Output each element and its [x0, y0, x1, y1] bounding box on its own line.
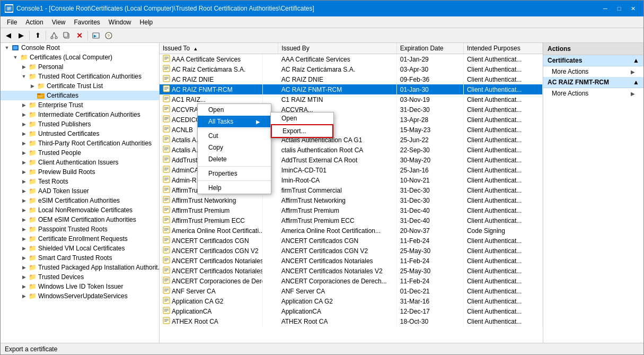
table-row[interactable]: AffirmTrust Premium ECCAffirmTrust Premi…	[160, 215, 543, 226]
table-row[interactable]: ANCERT Corporaciones de Dere...ANCERT Co…	[160, 276, 543, 286]
tree-item-personal[interactable]: ▶ 📁 Personal	[1, 62, 159, 72]
maximize-button[interactable]: □	[613, 3, 625, 14]
copy-button[interactable]	[61, 30, 73, 41]
cert-table-header: Issued To ▲ Issued By Expiration Date	[160, 43, 543, 54]
tree-item-preview-roots[interactable]: ▶ 📁 Preview Build Roots	[1, 167, 159, 177]
svg-rect-72	[164, 180, 167, 180]
col-issued-by[interactable]: Issued By	[278, 43, 397, 54]
tree-item-cert-trust-list[interactable]: ▶ 📁 Certificate Trust List	[1, 81, 159, 91]
svg-point-6	[55, 37, 57, 39]
up-button[interactable]: ⬆	[32, 30, 43, 41]
tree-item-trusted-root-ca[interactable]: ▼ 📁 Trusted Root Certification Authoriti…	[1, 72, 159, 81]
tree-item-cert-enrollment[interactable]: ▶ 📁 Certificate Enrollment Requests	[1, 234, 159, 244]
table-row[interactable]: ApplicationCAApplicationCA12-Dec-17Clien…	[160, 306, 543, 316]
tree-item-test-roots[interactable]: ▶ 📁 Test Roots	[1, 177, 159, 186]
submenu-open[interactable]: Open	[271, 112, 333, 124]
tree-item-client-auth-issuers[interactable]: ▶ 📁 Client Authentication Issuers	[1, 158, 159, 167]
ctx-properties[interactable]: Properties	[198, 168, 271, 179]
ctx-help[interactable]: Help	[198, 182, 271, 194]
actions-header: Actions	[543, 43, 643, 55]
col-expiration[interactable]: Expiration Date	[396, 43, 463, 54]
tree-item-passpoint[interactable]: ▶ 📁 Passpoint Trusted Roots	[1, 224, 159, 234]
tree-item-wsus[interactable]: ▶ 📁 WindowsServerUpdateServices	[1, 291, 159, 301]
menu-view[interactable]: View	[48, 18, 70, 27]
table-row[interactable]: ATHEX Root CAATHEX Root CA18-Oct-30Clien…	[160, 316, 543, 326]
forward-button[interactable]: ▶	[15, 30, 27, 41]
actions-more-1[interactable]: More Actions ▶	[543, 66, 643, 77]
tree-item-windows-live[interactable]: ▶ 📁 Windows Live ID Token Issuer	[1, 282, 159, 291]
ctx-all-tasks[interactable]: All Tasks ▶	[198, 116, 271, 127]
ctx-open[interactable]: Open	[198, 104, 271, 116]
table-row[interactable]: ANCERT Certificados NotarialesANCERT Cer…	[160, 256, 543, 266]
help-button[interactable]: ?	[103, 30, 114, 41]
tree-item-label: Smart Card Trusted Roots	[38, 253, 112, 263]
tree-item-trusted-devices[interactable]: ▶ 📁 Trusted Devices	[1, 272, 159, 282]
folder-icon: 📁	[28, 206, 37, 214]
table-row[interactable]: America Online Root Certificati...Americ…	[160, 226, 543, 236]
tree-item-console-root[interactable]: ▼ Console Root	[1, 43, 159, 53]
minimize-button[interactable]: ─	[599, 3, 612, 14]
table-row[interactable]: ANCERT Certificados CGNANCERT Certificad…	[160, 236, 543, 246]
ctx-delete[interactable]: Delete	[198, 153, 271, 165]
tree-item-local-nonremovable[interactable]: ▶ 📁 Local NonRemovable Certificates	[1, 205, 159, 215]
table-row[interactable]: ANCERT Certificados CGN V2ANCERT Certifi…	[160, 246, 543, 256]
tree-item-trusted-publishers[interactable]: ▶ 📁 Trusted Publishers	[1, 119, 159, 129]
table-row[interactable]: AffirmTrust PremiumAffirmTrust Premium31…	[160, 205, 543, 215]
svg-rect-123	[164, 310, 169, 310]
arrow-icon: ▶	[631, 91, 635, 97]
export-button[interactable]: ▶	[90, 30, 102, 41]
svg-rect-80	[164, 200, 167, 201]
cert-row-icon	[163, 75, 170, 84]
actions-more-2[interactable]: More Actions ▶	[543, 88, 643, 99]
ctx-copy[interactable]: Copy	[198, 142, 271, 153]
actions-section-certs[interactable]: Certificates ▲	[543, 55, 643, 66]
tree-item-label: Preview Build Roots	[38, 167, 95, 177]
menu-window[interactable]: Window	[104, 18, 136, 27]
svg-line-7	[52, 32, 54, 37]
table-row[interactable]: AC RAIZ FNMT-RCMAC RAIZ FNMT-RCM01-Jan-3…	[160, 84, 543, 94]
tree-item-untrusted[interactable]: ▶ 📁 Untrusted Certificates	[1, 129, 159, 138]
table-row[interactable]: AC RAIZ DNIEAC RAIZ DNIE09-Feb-36Client …	[160, 74, 543, 84]
menu-favorites[interactable]: Favorites	[70, 18, 104, 27]
close-button[interactable]: ✕	[627, 3, 639, 14]
table-row[interactable]: AC Raíz Certicámara S.A.AC Raíz Certicám…	[160, 64, 543, 74]
folder-icon: 📁	[28, 187, 37, 195]
col-issued-to[interactable]: Issued To ▲	[160, 43, 278, 54]
table-row[interactable]: ANF Server CAANF Server CA01-Dec-21Clien…	[160, 286, 543, 296]
table-row[interactable]: ANCERT Certificados Notariales...ANCERT …	[160, 266, 543, 276]
svg-rect-74	[164, 188, 169, 188]
tree-item-certificates[interactable]: ▶ Certificates	[1, 91, 159, 100]
tree-item-certs-local[interactable]: ▼ 📁 Certificates (Local Computer)	[1, 53, 159, 62]
tree-item-enterprise[interactable]: ▶ 📁 Enterprise Trust	[1, 100, 159, 110]
tree-item-shielded-vm[interactable]: ▶ 📁 Shielded VM Local Certificates	[1, 244, 159, 253]
actions-section-selected[interactable]: AC RAIZ FNMT-RCM ▲	[543, 77, 643, 88]
tree-item-oem-esim[interactable]: ▶ 📁 OEM eSIM Certification Authorities	[1, 215, 159, 224]
main-content: ▼ Console Root ▼ 📁 Certificates (Local C…	[1, 43, 643, 343]
cert-row-icon	[163, 105, 170, 114]
tree-item-smart-card[interactable]: ▶ 📁 Smart Card Trusted Roots	[1, 253, 159, 263]
menu-help[interactable]: Help	[136, 18, 157, 27]
menu-action[interactable]: Action	[21, 18, 47, 27]
expander-icon: ▶	[20, 254, 28, 262]
ctx-separator-3	[198, 180, 271, 181]
cert-row-icon	[163, 145, 170, 154]
tree-item-esim-ca[interactable]: ▶ 📁 eSIM Certification Authorities	[1, 196, 159, 205]
ctx-cut[interactable]: Cut	[198, 130, 271, 142]
tree-item-aad-token[interactable]: ▶ 📁 AAD Token Issuer	[1, 186, 159, 196]
tree-item-trusted-packaged[interactable]: ▶ 📁 Trusted Packaged App Installation Au…	[1, 263, 159, 272]
submenu-export[interactable]: Export...	[271, 124, 333, 138]
menu-file[interactable]: File	[3, 18, 21, 27]
table-row[interactable]: AffirmTrust NetworkingAffirmTrust Networ…	[160, 195, 543, 205]
back-button[interactable]: ◀	[3, 30, 14, 41]
tree-item-trusted-people[interactable]: ▶ 📁 Trusted People	[1, 148, 159, 158]
expander-icon: ▶	[20, 129, 28, 138]
tree-item-intermediate-ca[interactable]: ▶ 📁 Intermediate Certification Authoriti…	[1, 110, 159, 119]
cert-row-icon	[163, 236, 170, 245]
delete-button[interactable]: ✕	[74, 30, 85, 41]
tree-item-third-party-root[interactable]: ▶ 📁 Third-Party Root Certification Autho…	[1, 138, 159, 148]
cut-button[interactable]	[48, 30, 60, 41]
table-row[interactable]: Application CA G2Application CA G231-Mar…	[160, 296, 543, 306]
col-purposes[interactable]: Intended Purposes	[463, 43, 542, 54]
table-row[interactable]: AAA Certificate ServicesAAA Certificate …	[160, 54, 543, 65]
svg-rect-119	[164, 300, 169, 300]
